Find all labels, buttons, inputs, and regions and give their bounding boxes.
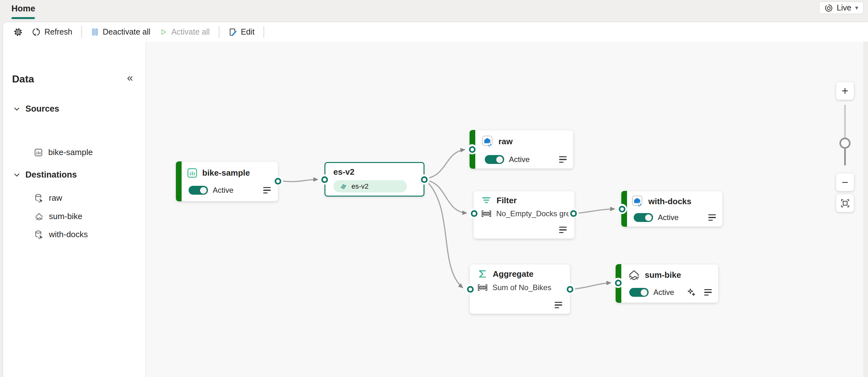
toggle-knob (641, 289, 647, 296)
node-es-v2[interactable]: es-v2 es-v2 (324, 162, 425, 197)
aggregate-operation: Sum of No_Bikes (492, 283, 551, 292)
active-status-label: Active (509, 155, 530, 164)
gear-icon (13, 27, 23, 37)
data-sidebar: Data « Sources bike-sample (3, 41, 146, 377)
node-with-docks[interactable]: with-docks Active (621, 191, 722, 227)
node-details-icon[interactable] (708, 214, 716, 221)
node-details-icon[interactable] (555, 302, 562, 309)
sidebar-item-raw[interactable]: raw (34, 193, 62, 203)
sidebar-item-label: raw (49, 193, 62, 203)
event-source-icon (186, 167, 198, 179)
eventhouse-icon (481, 135, 495, 148)
sidebar-section-destinations[interactable]: Destinations (13, 170, 77, 180)
port-out-es-v2[interactable] (419, 174, 429, 184)
sources-label: Sources (25, 104, 59, 114)
field-icon (477, 284, 488, 292)
refresh-button[interactable]: Refresh (27, 25, 77, 39)
stream-pill-label: es-v2 (351, 182, 369, 191)
toolbar-divider (264, 26, 264, 38)
field-icon (481, 210, 492, 217)
active-status-bar (176, 161, 182, 201)
node-details-icon[interactable] (559, 156, 567, 163)
active-toggle[interactable] (485, 155, 504, 164)
play-icon (159, 28, 167, 36)
toolbar: Refresh Deactivate all Activat (3, 22, 868, 41)
lakehouse-icon (34, 212, 44, 221)
filter-condition: No_Empty_Docks greater t... (496, 209, 577, 218)
plus-icon: + (842, 84, 848, 98)
filter-icon (481, 195, 492, 205)
sidebar-item-with-docks[interactable]: with-docks (34, 230, 88, 239)
sidebar-item-bike-sample[interactable]: bike-sample (34, 147, 93, 157)
zoom-in-button[interactable]: + (836, 82, 854, 100)
zoom-slider-thumb[interactable] (839, 138, 850, 149)
live-mode-button[interactable]: Live ▾ (819, 2, 864, 14)
refresh-label: Refresh (44, 27, 72, 36)
toolbar-divider (219, 26, 219, 38)
active-status-label: Active (658, 213, 679, 222)
port-in-with-docks[interactable] (617, 204, 627, 214)
node-title: bike-sample (202, 168, 250, 178)
port-in-raw[interactable] (467, 144, 477, 155)
stream-pill[interactable]: es-v2 (333, 180, 407, 193)
fit-to-screen-button[interactable] (836, 194, 854, 212)
toggle-knob (645, 214, 652, 221)
active-status-label: Active (213, 186, 234, 195)
node-bike-sample[interactable]: bike-sample Active (176, 161, 278, 201)
port-out-bike-sample[interactable] (273, 176, 283, 186)
eventstream-icon (340, 182, 348, 190)
live-view-icon (825, 3, 833, 12)
port-in-filter[interactable] (469, 208, 479, 218)
refresh-icon (32, 28, 41, 36)
node-title: es-v2 (333, 167, 354, 177)
tab-bar: Home Live ▾ (0, 0, 868, 22)
sidebar-item-label: bike-sample (48, 147, 93, 157)
node-details-icon[interactable] (559, 227, 567, 233)
node-sum-bike[interactable]: sum-bike Active (616, 264, 718, 303)
active-toggle[interactable] (189, 186, 208, 195)
port-out-filter[interactable] (568, 208, 579, 218)
edit-button[interactable]: Edit (224, 25, 259, 39)
collapse-panel-icon[interactable]: « (127, 72, 133, 83)
node-title: raw (498, 137, 513, 146)
sidebar-section-sources[interactable]: Sources (13, 104, 59, 114)
zoom-out-button[interactable]: − (836, 173, 854, 191)
node-filter[interactable]: Filter No_Empty_Docks greater t... (473, 191, 575, 239)
lakehouse-icon (627, 268, 641, 281)
active-status-label: Active (653, 288, 674, 297)
chevron-down-icon (13, 106, 20, 112)
node-title: with-docks (648, 197, 691, 206)
minus-icon: − (842, 176, 848, 189)
tab-home[interactable]: Home (11, 4, 35, 14)
active-toggle[interactable] (629, 288, 649, 297)
activate-all-button[interactable]: Activate all (155, 25, 214, 39)
deactivate-all-button[interactable]: Deactivate all (86, 25, 155, 39)
event-source-icon (34, 148, 43, 157)
scrollbar-gutter[interactable] (863, 41, 868, 377)
node-details-icon[interactable] (704, 289, 712, 296)
port-in-aggregate[interactable] (465, 284, 475, 294)
live-label: Live (837, 3, 851, 12)
settings-button[interactable] (9, 25, 27, 39)
eventhouse-destination-icon (34, 194, 44, 203)
sidebar-item-sum-bike[interactable]: sum-bike (34, 211, 82, 221)
zoom-slider-track[interactable] (844, 105, 846, 138)
node-aggregate[interactable]: Aggregate Sum of No_Bikes (470, 264, 570, 314)
port-in-es-v2[interactable] (319, 174, 330, 184)
node-raw[interactable]: raw Active (470, 130, 574, 169)
edit-icon (228, 28, 237, 36)
port-out-aggregate[interactable] (565, 284, 575, 294)
activate-all-label: Activate all (172, 27, 210, 36)
zoom-slider-track[interactable] (844, 148, 846, 166)
deactivate-all-label: Deactivate all (103, 27, 151, 36)
node-details-icon[interactable] (263, 187, 271, 194)
port-in-sum-bike[interactable] (613, 278, 623, 288)
chevron-down-icon: ▾ (855, 5, 858, 11)
fit-to-screen-icon (840, 199, 850, 208)
sparkles-icon[interactable] (687, 288, 696, 297)
node-title: sum-bike (645, 270, 681, 280)
sidebar-item-label: with-docks (49, 230, 88, 239)
active-toggle[interactable] (634, 213, 653, 222)
eventstream-editor: Home Live ▾ (0, 0, 868, 377)
toggle-knob (496, 156, 503, 163)
